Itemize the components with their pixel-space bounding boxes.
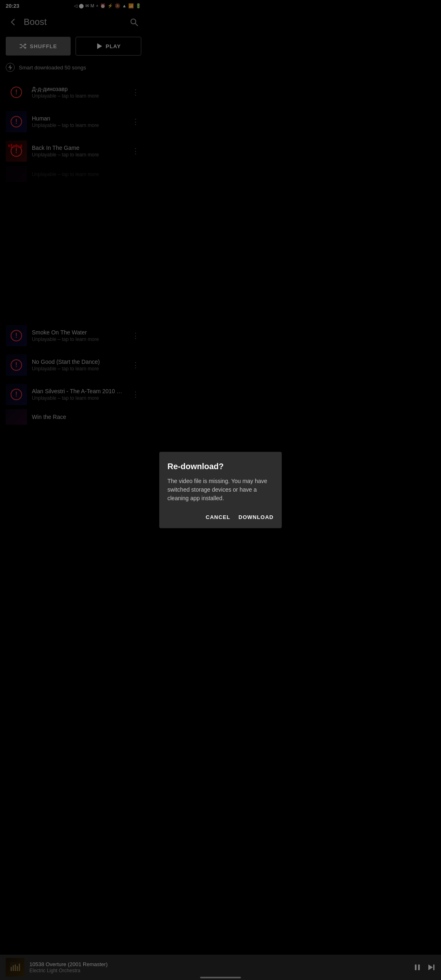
overlay-backdrop[interactable]: [0, 0, 147, 425]
